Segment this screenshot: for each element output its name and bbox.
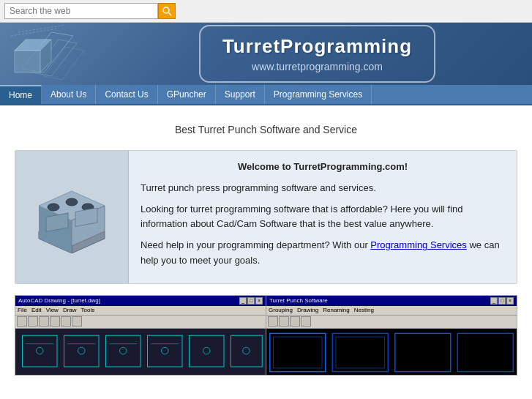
- svg-point-29: [162, 347, 169, 354]
- main-content: Best Turret Punch Software and Service: [0, 105, 532, 387]
- svg-line-1: [168, 12, 171, 15]
- cad-canvas: [15, 329, 266, 375]
- tagline: Best Turret Punch Software and Service: [15, 124, 517, 135]
- cad-drawing: [15, 329, 266, 375]
- search-button[interactable]: [158, 3, 176, 19]
- right-toolbar-btn-4[interactable]: [301, 316, 311, 327]
- nav-home[interactable]: Home: [0, 85, 42, 104]
- right-menubar: Grouping Drawing Renaming Nesting: [266, 306, 517, 316]
- right-menu-renaming[interactable]: Renaming: [323, 307, 349, 313]
- toolbar-btn-1[interactable]: [17, 316, 27, 327]
- nav-bar: Home About Us Contact Us GPuncher Suppor…: [0, 85, 532, 105]
- screenshot-section: AutoCAD Drawing - [turret.dwg] _ □ × Fil…: [15, 295, 517, 376]
- cad-left-title: AutoCAD Drawing - [turret.dwg]: [18, 297, 239, 304]
- search-input[interactable]: [4, 3, 158, 19]
- menu-edit[interactable]: Edit: [31, 307, 42, 313]
- svg-rect-22: [106, 335, 141, 367]
- right-menu-grouping[interactable]: Grouping: [269, 307, 293, 313]
- welcome-image: [15, 151, 129, 283]
- toolbar-btn-2[interactable]: [28, 316, 38, 327]
- svg-rect-41: [336, 337, 385, 368]
- search-bar: [0, 0, 532, 23]
- welcome-para2: Looking for turret programming software …: [141, 202, 505, 233]
- nav-programming-services[interactable]: Programming Services: [265, 85, 372, 104]
- menu-view[interactable]: View: [46, 307, 59, 313]
- cad-screenshot-right: Turret Punch Software _ □ × Grouping Dra…: [266, 296, 517, 375]
- svg-rect-5: [15, 51, 40, 72]
- svg-rect-20: [23, 335, 58, 367]
- svg-rect-21: [64, 335, 100, 367]
- svg-rect-37: [332, 333, 388, 371]
- toolbar-btn-6[interactable]: [72, 316, 82, 327]
- toolbar-btn-4[interactable]: [50, 316, 60, 327]
- menu-tools[interactable]: Tools: [81, 307, 95, 313]
- right-menu-nesting[interactable]: Nesting: [354, 307, 374, 313]
- cad-menubar: File Edit View Draw Tools: [15, 306, 266, 316]
- svg-point-0: [163, 7, 169, 13]
- svg-point-31: [243, 347, 250, 354]
- svg-point-26: [37, 347, 44, 354]
- svg-point-30: [203, 347, 211, 354]
- svg-rect-24: [190, 335, 225, 367]
- welcome-section: Welcome to TurretProgramming.com! Turret…: [15, 150, 517, 284]
- right-toolbar-btn-1[interactable]: [268, 316, 278, 327]
- para3-before: Need help in your programming department…: [141, 239, 370, 250]
- toolbar-btn-3[interactable]: [39, 316, 49, 327]
- close-btn[interactable]: ×: [255, 297, 263, 305]
- logo-area: [0, 23, 117, 85]
- svg-point-28: [120, 347, 127, 354]
- minimize-btn[interactable]: _: [239, 297, 247, 305]
- svg-rect-39: [457, 333, 513, 371]
- logo-graphic: [7, 25, 110, 83]
- right-cad-canvas: [266, 329, 517, 375]
- right-maximize-btn[interactable]: □: [498, 297, 506, 305]
- right-close-btn[interactable]: ×: [506, 297, 514, 305]
- right-cad-drawing: [266, 329, 517, 375]
- svg-rect-23: [148, 335, 183, 367]
- site-title: TurretProgramming: [222, 35, 412, 58]
- cad-toolbar: [15, 316, 266, 329]
- search-icon: [162, 7, 172, 16]
- right-toolbar: [266, 316, 517, 329]
- right-minimize-btn[interactable]: _: [490, 297, 498, 305]
- svg-point-16: [66, 198, 78, 206]
- svg-rect-38: [395, 333, 451, 371]
- product-image: [28, 180, 116, 253]
- right-toolbar-btn-2[interactable]: [279, 316, 289, 327]
- svg-point-27: [78, 347, 86, 354]
- nav-contact[interactable]: Contact Us: [96, 85, 157, 104]
- right-menu-drawing[interactable]: Drawing: [297, 307, 318, 313]
- programming-services-link[interactable]: Programming Services: [370, 239, 467, 250]
- menu-draw[interactable]: Draw: [63, 307, 77, 313]
- cad-right-title: Turret Punch Software: [269, 297, 490, 304]
- cad-screenshot-left: AutoCAD Drawing - [turret.dwg] _ □ × Fil…: [15, 296, 266, 375]
- svg-point-15: [48, 204, 59, 211]
- welcome-para3: Need help in your programming department…: [141, 238, 505, 269]
- header: TurretProgramming www.turretprogramming.…: [0, 23, 532, 85]
- svg-rect-25: [231, 335, 263, 367]
- welcome-title: Welcome to TurretProgramming.com!: [141, 160, 505, 175]
- svg-rect-40: [274, 337, 323, 368]
- svg-rect-36: [270, 333, 326, 371]
- nav-support[interactable]: Support: [216, 85, 265, 104]
- maximize-btn[interactable]: □: [247, 297, 255, 305]
- site-url: www.turretprogramming.com: [252, 61, 383, 72]
- nav-gpuncher[interactable]: GPuncher: [158, 85, 216, 104]
- nav-about[interactable]: About Us: [42, 85, 96, 104]
- right-toolbar-btn-3[interactable]: [290, 316, 300, 327]
- welcome-para1: Turret punch press programming software …: [141, 181, 505, 196]
- welcome-text: Welcome to TurretProgramming.com! Turret…: [129, 151, 517, 283]
- toolbar-btn-5[interactable]: [61, 316, 71, 327]
- menu-file[interactable]: File: [18, 307, 27, 313]
